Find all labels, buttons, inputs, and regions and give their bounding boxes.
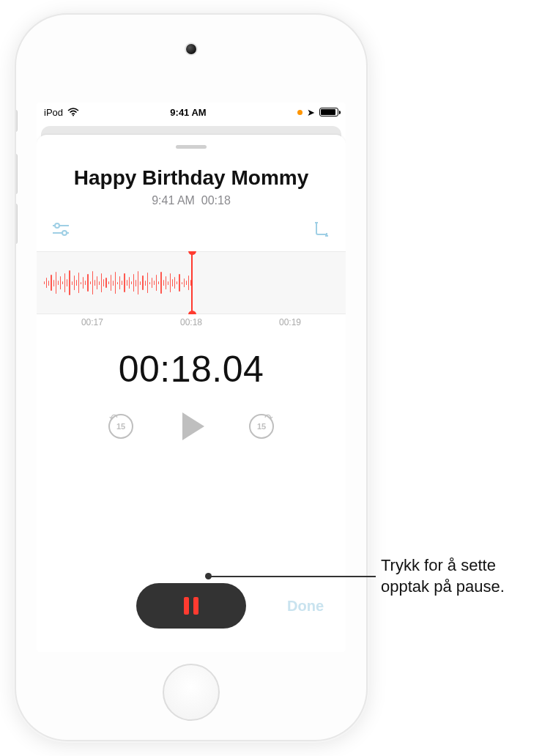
volume-down-button [16, 204, 18, 244]
battery-icon [319, 108, 338, 116]
recording-sheet: Happy Birthday Mommy 9:41 AM 00:18 [37, 135, 346, 652]
skip-back-icon: ↶ [109, 412, 118, 423]
callout-text: Trykk for å sette opptak på pause. [381, 555, 542, 597]
tick-left: 00:17 [81, 317, 103, 327]
wifi-icon [67, 108, 79, 116]
device-label: iPod [44, 107, 63, 118]
waveform [37, 264, 191, 301]
front-camera [186, 44, 196, 54]
tick-center: 00:18 [180, 317, 202, 327]
waveform-area[interactable] [37, 251, 346, 314]
recording-subtitle: 9:41 AM 00:18 [37, 194, 346, 207]
elapsed-time: 00:18.04 [37, 348, 346, 390]
sheet-grabber[interactable] [176, 145, 207, 149]
screen: iPod 9:41 AM ➤ Happy Bir [37, 103, 346, 652]
svg-point-2 [55, 223, 59, 228]
options-button[interactable] [50, 220, 72, 238]
svg-point-4 [62, 231, 67, 235]
home-button[interactable] [163, 664, 220, 721]
recording-time: 9:41 AM [152, 194, 195, 207]
recording-duration: 00:18 [201, 194, 231, 207]
playhead[interactable] [191, 251, 193, 314]
play-icon [182, 412, 204, 440]
callout-leader-line [209, 576, 376, 577]
done-button[interactable]: Done [287, 598, 324, 615]
status-bar: iPod 9:41 AM ➤ [37, 103, 346, 122]
skip-forward-button[interactable]: 15 ↷ [248, 413, 275, 440]
trim-button[interactable] [311, 220, 333, 238]
location-icon: ➤ [307, 108, 315, 117]
recording-indicator-dot [297, 110, 303, 115]
transport-controls: 15 ↶ 15 ↷ [37, 412, 346, 440]
pause-icon [184, 597, 198, 615]
volume-up-button [16, 154, 18, 194]
skip-back-button[interactable]: 15 ↶ [108, 413, 134, 440]
pause-record-button[interactable] [136, 583, 246, 629]
device-frame: iPod 9:41 AM ➤ Happy Bir [16, 15, 366, 740]
mute-switch [16, 110, 18, 132]
skip-forward-icon: ↷ [264, 412, 273, 423]
play-button[interactable] [178, 412, 204, 440]
tick-right: 00:19 [279, 317, 301, 327]
timeline-ticks: 00:17 00:18 00:19 [37, 317, 346, 333]
svg-point-0 [73, 115, 74, 116]
recording-title[interactable]: Happy Birthday Mommy [37, 166, 346, 190]
status-time: 9:41 AM [170, 107, 206, 118]
